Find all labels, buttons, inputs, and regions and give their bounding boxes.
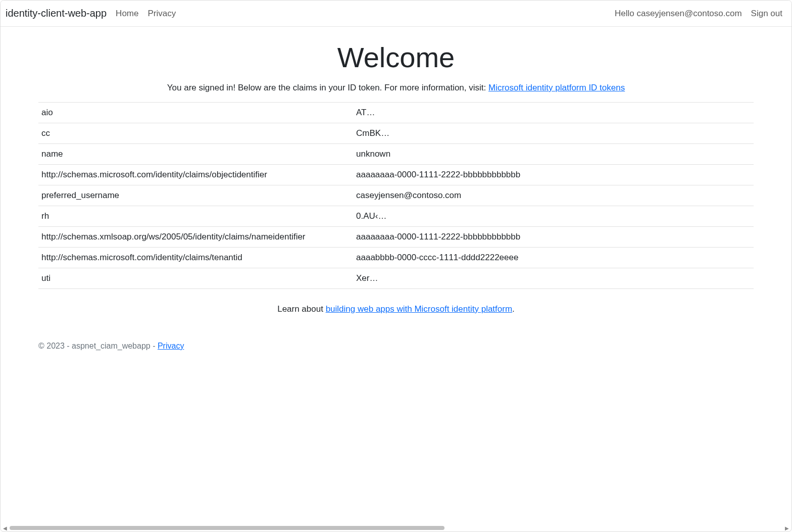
claim-key: http://schemas.xmlsoap.org/ws/2005/05/id… xyxy=(38,227,353,248)
claim-value: CmBK… xyxy=(353,123,754,144)
claim-key: aio xyxy=(38,103,353,123)
claim-key: name xyxy=(38,144,353,165)
claim-value: 0.AU‹… xyxy=(353,206,754,227)
claims-table: aioAT…ccCmBK…nameunknownhttp://schemas.m… xyxy=(38,102,754,289)
claim-value: caseyjensen@contoso.com xyxy=(353,185,754,206)
table-row: rh0.AU‹… xyxy=(38,206,754,227)
page-wrapper: identity-client-web-app Home Privacy Hel… xyxy=(0,0,792,532)
footer-text: © 2023 - aspnet_ciam_webapp - xyxy=(38,342,158,350)
sign-out-link[interactable]: Sign out xyxy=(751,9,782,19)
id-tokens-link[interactable]: Microsoft identity platform ID tokens xyxy=(488,83,625,92)
navbar-right: Hello caseyjensen@contoso.com Sign out xyxy=(615,9,786,19)
app-brand[interactable]: identity-client-web-app xyxy=(6,8,107,19)
claim-value: AT… xyxy=(353,103,754,123)
info-line: You are signed in! Below are the claims … xyxy=(38,83,754,93)
claim-value: aaaaaaaa-0000-1111-2222-bbbbbbbbbbbb xyxy=(353,165,754,185)
learn-line: Learn about building web apps with Micro… xyxy=(38,304,754,314)
table-row: http://schemas.microsoft.com/identity/cl… xyxy=(38,165,754,185)
footer: © 2023 - aspnet_ciam_webapp - Privacy xyxy=(1,334,791,361)
claim-value: Xer… xyxy=(353,268,754,289)
nav-privacy-link[interactable]: Privacy xyxy=(147,9,176,19)
table-row: ccCmBK… xyxy=(38,123,754,144)
scroll-right-arrow-icon[interactable]: ▶ xyxy=(784,525,789,530)
learn-link[interactable]: building web apps with Microsoft identit… xyxy=(326,304,512,314)
info-text: You are signed in! Below are the claims … xyxy=(167,83,488,92)
user-greeting: Hello caseyjensen@contoso.com xyxy=(615,9,742,19)
navbar-left: identity-client-web-app Home Privacy xyxy=(6,8,176,19)
navbar: identity-client-web-app Home Privacy Hel… xyxy=(1,1,791,27)
table-row: http://schemas.microsoft.com/identity/cl… xyxy=(38,248,754,268)
scroll-thumb[interactable] xyxy=(10,526,444,530)
page-title: Welcome xyxy=(38,41,754,74)
table-row: nameunknown xyxy=(38,144,754,165)
claim-key: http://schemas.microsoft.com/identity/cl… xyxy=(38,165,353,185)
nav-home-link[interactable]: Home xyxy=(116,9,138,19)
scroll-track[interactable] xyxy=(8,526,784,530)
learn-suffix: . xyxy=(512,304,515,314)
horizontal-scrollbar[interactable]: ◀ ▶ xyxy=(3,525,789,530)
table-row: utiXer… xyxy=(38,268,754,289)
claim-value: aaaabbbb-0000-cccc-1111-dddd2222eeee xyxy=(353,248,754,268)
footer-privacy-link[interactable]: Privacy xyxy=(158,342,184,350)
claim-key: uti xyxy=(38,268,353,289)
scroll-left-arrow-icon[interactable]: ◀ xyxy=(3,525,8,530)
claim-value: aaaaaaaa-0000-1111-2222-bbbbbbbbbbbb xyxy=(353,227,754,248)
table-row: http://schemas.xmlsoap.org/ws/2005/05/id… xyxy=(38,227,754,248)
table-row: aioAT… xyxy=(38,103,754,123)
claim-key: http://schemas.microsoft.com/identity/cl… xyxy=(38,248,353,268)
main-content: Welcome You are signed in! Below are the… xyxy=(1,27,791,334)
claim-key: cc xyxy=(38,123,353,144)
table-row: preferred_usernamecaseyjensen@contoso.co… xyxy=(38,185,754,206)
claim-key: preferred_username xyxy=(38,185,353,206)
learn-prefix: Learn about xyxy=(277,304,325,314)
claim-key: rh xyxy=(38,206,353,227)
claim-value: unknown xyxy=(353,144,754,165)
